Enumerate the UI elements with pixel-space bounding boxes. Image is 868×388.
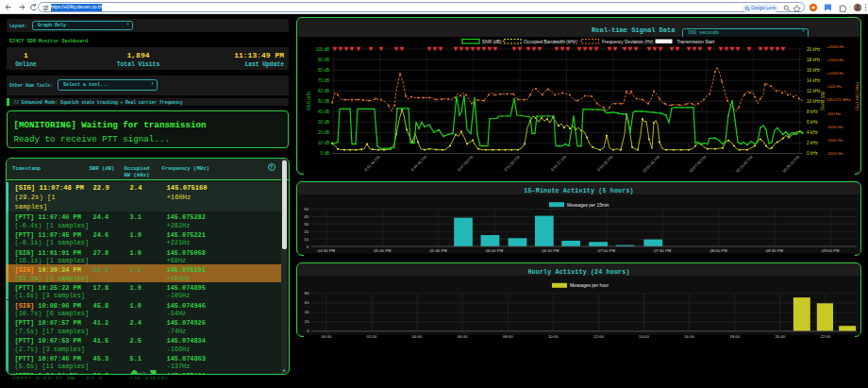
- svg-text:60: 60: [305, 300, 309, 305]
- svg-text:+2000 Hz: +2000 Hz: [826, 44, 844, 49]
- svg-text:-1000 Hz: -1000 Hz: [826, 125, 843, 129]
- svg-text:04:00: 04:00: [412, 334, 423, 339]
- svg-text:20: 20: [304, 229, 309, 234]
- svg-text:06:30 PM: 06:30 PM: [542, 248, 559, 253]
- svg-text:BW (kHz): BW (kHz): [820, 92, 825, 111]
- svg-text:-2000 Hz: -2000 Hz: [826, 151, 843, 156]
- svg-text:Occupied Bandwidth (kHz): Occupied Bandwidth (kHz): [524, 40, 577, 44]
- svg-text:-1500 Hz: -1500 Hz: [826, 138, 843, 143]
- svg-text:50: 50: [304, 207, 309, 211]
- svg-text:4 kHz: 4 kHz: [807, 130, 818, 135]
- svg-text:10:00: 10:00: [548, 334, 559, 339]
- svg-text:+1500 Hz: +1500 Hz: [826, 58, 844, 62]
- svg-text:20: 20: [305, 319, 309, 324]
- svg-text:0 dB: 0 dB: [321, 151, 329, 156]
- svg-text:50 dB: 50 dB: [318, 99, 329, 104]
- svg-text:20 dB: 20 dB: [318, 130, 329, 135]
- svg-text:SNR (dB): SNR (dB): [482, 40, 502, 44]
- svg-text:05:30 PM: 05:30 PM: [429, 248, 447, 253]
- svg-text:05:00 PM: 05:00 PM: [374, 248, 392, 253]
- svg-text:10 dB: 10 dB: [318, 141, 329, 145]
- svg-text:06:00: 06:00: [458, 334, 468, 339]
- svg-text:Transmission Start: Transmission Start: [677, 40, 715, 44]
- svg-text:40 dB: 40 dB: [318, 110, 329, 114]
- svg-text:00:00: 00:00: [321, 334, 331, 339]
- svg-text:12 kHz: 12 kHz: [807, 89, 821, 93]
- svg-text:22:00: 22:00: [821, 334, 831, 339]
- svg-text:16 kHz: 16 kHz: [807, 68, 821, 73]
- svg-text:06:00 PM: 06:00 PM: [486, 248, 504, 253]
- svg-text:20:00: 20:00: [775, 334, 785, 339]
- svg-text:80 dB: 80 dB: [318, 68, 329, 73]
- svg-text:Freq Dev (Hz): Freq Dev (Hz): [855, 82, 860, 111]
- svg-text:2 kHz: 2 kHz: [807, 141, 818, 145]
- svg-text:02:00: 02:00: [367, 334, 377, 339]
- svg-text:14 kHz: 14 kHz: [807, 78, 821, 83]
- svg-text:Frequency Deviation (Hz): Frequency Deviation (Hz): [602, 40, 654, 44]
- svg-text:0 kHz: 0 kHz: [807, 151, 818, 156]
- svg-text:80: 80: [305, 291, 309, 295]
- svg-text:70 dB: 70 dB: [318, 78, 329, 83]
- svg-text:30: 30: [304, 222, 309, 227]
- svg-text:10 kHz: 10 kHz: [807, 99, 821, 104]
- svg-text:20 kHz: 20 kHz: [807, 47, 821, 52]
- svg-text:90 dB: 90 dB: [318, 58, 329, 62]
- svg-text:10: 10: [304, 237, 309, 242]
- svg-text:145.075 MHz: 145.075 MHz: [826, 97, 851, 102]
- svg-text:18:00: 18:00: [729, 334, 740, 339]
- svg-text:14:00: 14:00: [639, 334, 649, 339]
- svg-text:40: 40: [304, 214, 309, 219]
- svg-text:12:00: 12:00: [593, 334, 604, 339]
- svg-text:30 dB: 30 dB: [318, 120, 329, 125]
- svg-text:8 kHz: 8 kHz: [807, 110, 818, 114]
- svg-text:09:00 PM: 09:00 PM: [822, 248, 840, 253]
- svg-text:08:00 PM: 08:00 PM: [709, 248, 727, 253]
- svg-text:08:00: 08:00: [503, 334, 513, 339]
- svg-text:+1000 Hz: +1000 Hz: [826, 71, 844, 76]
- svg-text:18 kHz: 18 kHz: [807, 58, 821, 62]
- svg-text:08:30 PM: 08:30 PM: [766, 248, 784, 253]
- svg-text:SNR (dB): SNR (dB): [307, 91, 311, 110]
- svg-text:07:30 PM: 07:30 PM: [654, 248, 672, 253]
- svg-text:Messages per 15min: Messages per 15min: [567, 203, 609, 208]
- svg-text:40: 40: [305, 310, 309, 314]
- svg-text:04:30 PM: 04:30 PM: [318, 248, 336, 253]
- svg-text:+500 Hz: +500 Hz: [826, 84, 842, 89]
- svg-text:07:00 PM: 07:00 PM: [598, 248, 616, 253]
- svg-text:16:00: 16:00: [684, 334, 694, 339]
- svg-text:Messages per hour: Messages per hour: [570, 283, 609, 288]
- svg-text:100 dB: 100 dB: [315, 47, 329, 52]
- svg-text:60 dB: 60 dB: [318, 89, 329, 93]
- svg-text:6 kHz: 6 kHz: [807, 120, 818, 125]
- svg-text:-500 Hz: -500 Hz: [826, 111, 841, 116]
